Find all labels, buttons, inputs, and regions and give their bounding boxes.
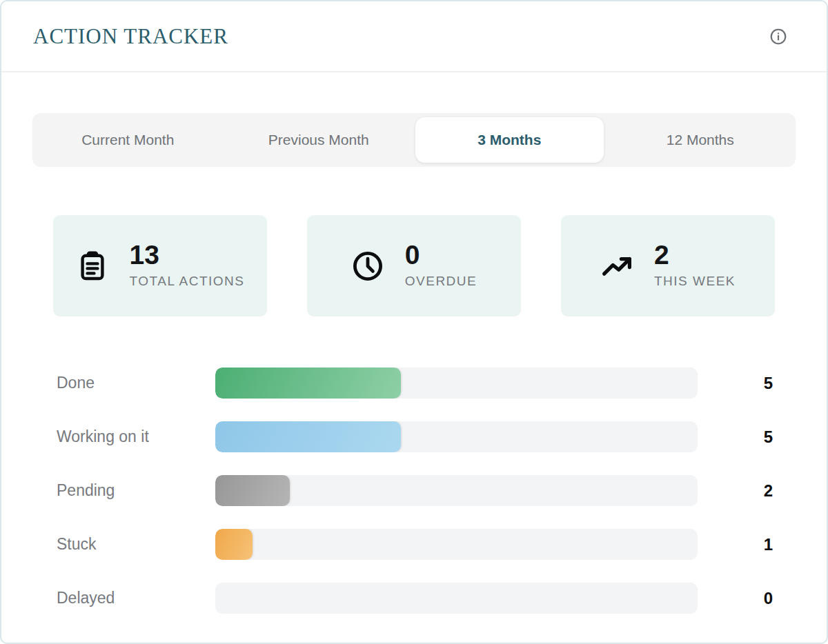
bar-track — [215, 583, 698, 614]
bar-fill-stuck — [215, 529, 253, 560]
stat-label-total-actions: TOTAL ACTIONS — [130, 272, 245, 290]
bar-track — [215, 368, 698, 399]
bar-row-stuck: Stuck 1 — [57, 529, 773, 560]
stat-card-total-actions: 13 TOTAL ACTIONS — [53, 215, 267, 316]
tab-current-month[interactable]: Current Month — [34, 117, 222, 163]
tab-12-months[interactable]: 12 Months — [607, 117, 795, 163]
widget-body: Current Month Previous Month 3 Months 12… — [1, 113, 827, 614]
bar-track — [215, 421, 698, 452]
clipboard-list-icon — [76, 250, 109, 283]
widget-title: ACTION TRACKER — [33, 24, 228, 49]
status-bar-chart: Done 5 Working on it 5 Pending 2 — [57, 368, 773, 614]
bar-row-pending: Pending 2 — [57, 475, 773, 506]
period-tabbar: Current Month Previous Month 3 Months 12… — [32, 113, 796, 167]
stat-label-overdue: OVERDUE — [405, 272, 477, 290]
action-tracker-widget: ACTION TRACKER Current Month Previous Mo… — [0, 0, 828, 644]
clock-icon — [351, 250, 384, 283]
tab-previous-month[interactable]: Previous Month — [225, 117, 413, 163]
bar-track — [215, 475, 698, 506]
bar-row-working-on-it: Working on it 5 — [57, 421, 773, 452]
bar-value: 1 — [698, 535, 773, 554]
bar-label: Done — [57, 374, 215, 392]
info-icon — [769, 28, 787, 46]
stat-cards: 13 TOTAL ACTIONS 0 OVERDUE — [53, 215, 775, 316]
stat-label-this-week: THIS WEEK — [654, 272, 736, 290]
bar-fill-pending — [215, 475, 290, 506]
info-button[interactable] — [769, 28, 787, 46]
bar-label: Stuck — [57, 535, 215, 554]
bar-track — [215, 529, 698, 560]
bar-value: 5 — [698, 427, 773, 447]
stat-value-total-actions: 13 — [130, 241, 245, 270]
bar-row-done: Done 5 — [57, 368, 773, 399]
bar-fill-done — [215, 368, 401, 399]
bar-value: 5 — [698, 374, 773, 393]
tab-3-months[interactable]: 3 Months — [415, 117, 604, 163]
bar-label: Delayed — [57, 589, 215, 607]
stat-card-overdue: 0 OVERDUE — [307, 215, 521, 316]
bar-label: Pending — [57, 481, 215, 500]
bar-value: 2 — [698, 481, 773, 501]
widget-header: ACTION TRACKER — [1, 1, 827, 72]
stat-text: 2 THIS WEEK — [654, 241, 736, 290]
stat-text: 13 TOTAL ACTIONS — [130, 241, 245, 290]
trending-up-icon — [600, 250, 633, 283]
bar-value: 0 — [698, 589, 773, 608]
stat-value-overdue: 0 — [405, 241, 477, 270]
stat-text: 0 OVERDUE — [405, 241, 477, 290]
bar-label: Working on it — [57, 427, 215, 446]
stat-card-this-week: 2 THIS WEEK — [561, 215, 775, 316]
bar-fill-working-on-it — [215, 421, 401, 452]
stat-value-this-week: 2 — [654, 241, 736, 270]
bar-row-delayed: Delayed 0 — [57, 583, 773, 614]
